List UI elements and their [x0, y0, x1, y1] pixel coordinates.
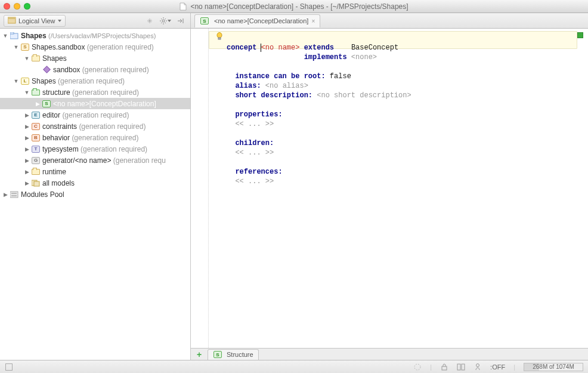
- concept-icon: S: [200, 16, 209, 26]
- file-icon: [180, 2, 187, 11]
- editor-body[interactable]: concept <no name> extends BaseConcept im…: [191, 29, 588, 348]
- tree-label: editor (generation required): [42, 111, 129, 119]
- editor-aspect-icon: E: [31, 110, 41, 120]
- window-controls: [4, 3, 30, 10]
- tree-folder-shapes[interactable]: Shapes: [0, 53, 190, 64]
- concept-icon: S: [42, 99, 51, 109]
- folder-icon: [31, 54, 41, 63]
- chevron-right-icon[interactable]: [24, 135, 30, 141]
- tree-label: Modules Pool: [21, 190, 64, 199]
- close-window-icon[interactable]: [4, 3, 10, 10]
- tree-label: runtime: [42, 168, 66, 176]
- collapse-icon[interactable]: [144, 15, 156, 27]
- tree-label: Shapes.sandbox (generation required): [32, 43, 154, 51]
- chevron-right-icon[interactable]: [24, 169, 30, 175]
- chevron-right-icon[interactable]: [24, 146, 30, 152]
- modules-pool-icon: [10, 190, 19, 199]
- svg-point-16: [476, 363, 479, 366]
- typesystem-aspect-icon: T: [31, 144, 41, 154]
- tree-allmodels[interactable]: all models: [0, 177, 190, 189]
- tree-concept-node[interactable]: S <no name>[ConceptDeclaration]: [0, 98, 190, 109]
- memory-indicator[interactable]: 268M of 1074M: [524, 363, 583, 371]
- tree-sandbox-sol[interactable]: S Shapes.sandbox (generation required): [0, 41, 190, 53]
- tree-runtime[interactable]: runtime: [0, 166, 190, 177]
- chevron-down-icon[interactable]: [24, 56, 30, 61]
- chevron-down-icon[interactable]: [13, 44, 19, 50]
- tree-language[interactable]: L Shapes (generation required): [0, 75, 190, 87]
- power-save-label[interactable]: :OFF: [490, 363, 505, 371]
- tree-label: constraints (generation required): [42, 122, 146, 131]
- memory-label: 268M of 1074M: [533, 363, 574, 370]
- bg-tasks-icon[interactable]: [413, 363, 422, 371]
- hide-panel-icon[interactable]: [175, 15, 187, 27]
- titlebar: <no name>[ConceptDeclaration] - Shapes -…: [0, 0, 588, 13]
- tree-constraints[interactable]: C constraints (generation required): [0, 121, 190, 132]
- chevron-right-icon[interactable]: [35, 101, 41, 107]
- constraints-aspect-icon: C: [31, 122, 41, 131]
- tree-label: all models: [42, 179, 75, 187]
- separator: |: [430, 363, 432, 371]
- code-content[interactable]: concept <no name> extends BaseConcept im…: [191, 31, 588, 186]
- tool-windows-icon[interactable]: [5, 363, 13, 371]
- tree-label: structure (generation required): [42, 88, 139, 97]
- tree-generator[interactable]: G generator/<no name> (generation requ: [0, 155, 190, 166]
- gear-icon[interactable]: [159, 15, 171, 27]
- svg-rect-4: [10, 32, 14, 34]
- minimize-window-icon[interactable]: [14, 3, 20, 10]
- hector-icon[interactable]: [474, 363, 482, 371]
- generator-aspect-icon: G: [31, 156, 41, 165]
- logical-view-dropdown[interactable]: Logical View: [4, 15, 66, 27]
- tree-modules-pool[interactable]: Modules Pool: [0, 189, 190, 200]
- structure-tab-label: Structure: [227, 351, 253, 358]
- tree-label: sandbox (generation required): [53, 66, 149, 74]
- separator: |: [513, 363, 515, 371]
- svg-rect-13: [442, 366, 447, 370]
- lock-icon[interactable]: [440, 363, 448, 371]
- tree-label: Shapes: [42, 54, 67, 63]
- mps-icon[interactable]: [457, 363, 465, 371]
- window-title: <no name>[ConceptDeclaration] - Shapes -…: [0, 2, 588, 11]
- tree-structure[interactable]: structure (generation required): [0, 87, 190, 98]
- solution-icon: S: [20, 42, 30, 52]
- close-tab-icon[interactable]: ×: [311, 18, 315, 24]
- tree-editor[interactable]: E editor (generation required): [0, 109, 190, 121]
- chevron-down-icon[interactable]: [2, 33, 8, 39]
- tree-label: <no name>[ConceptDeclaration]: [53, 100, 156, 108]
- svg-rect-7: [10, 192, 18, 198]
- tree-behavior[interactable]: B behavior (generation required): [0, 132, 190, 143]
- chevron-down-icon[interactable]: [24, 90, 30, 95]
- tree-root[interactable]: Shapes (/Users/vaclav/MPSProjects/Shapes…: [0, 30, 190, 41]
- chevron-right-icon[interactable]: [24, 124, 30, 130]
- statusbar: | :OFF | 268M of 1074M: [0, 360, 588, 373]
- tree-label: generator/<no name> (generation requ: [42, 156, 166, 165]
- svg-point-12: [414, 364, 420, 370]
- chevron-right-icon[interactable]: [24, 180, 30, 186]
- add-aspect-button[interactable]: +: [194, 350, 204, 359]
- project-tree[interactable]: Shapes (/Users/vaclav/MPSProjects/Shapes…: [0, 29, 191, 360]
- svg-rect-8: [11, 193, 17, 194]
- editor-area: concept <no name> extends BaseConcept im…: [191, 29, 588, 360]
- svg-rect-9: [11, 195, 17, 196]
- tree-root-label: Shapes (/Users/vaclav/MPSProjects/Shapes…: [21, 32, 156, 40]
- behavior-aspect-icon: B: [31, 133, 41, 143]
- tree-model-sandbox[interactable]: sandbox (generation required): [0, 64, 190, 75]
- chevron-right-icon[interactable]: [2, 192, 8, 198]
- editor-tab[interactable]: S <no name>[ConceptDeclaration] ×: [194, 14, 320, 27]
- editor-tab-label: <no name>[ConceptDeclaration]: [214, 17, 308, 24]
- model-icon: [42, 65, 51, 75]
- main-area: Shapes (/Users/vaclav/MPSProjects/Shapes…: [0, 29, 588, 360]
- structure-folder-icon: [31, 88, 41, 97]
- tree-label: typesystem (generation required): [42, 145, 147, 153]
- chevron-right-icon[interactable]: [24, 158, 30, 164]
- chevron-right-icon[interactable]: [24, 112, 30, 118]
- chevron-down-icon[interactable]: [13, 78, 19, 84]
- zoom-window-icon[interactable]: [24, 3, 30, 10]
- concept-icon: S: [213, 350, 222, 359]
- structure-tab[interactable]: S Structure: [208, 349, 259, 360]
- svg-point-2: [162, 20, 165, 22]
- svg-rect-1: [8, 17, 16, 19]
- project-view-icon: [8, 17, 16, 25]
- project-icon: [10, 31, 19, 41]
- tree-typesystem[interactable]: T typesystem (generation required): [0, 143, 190, 155]
- toolbar: Logical View S <no name>[ConceptDeclarat…: [0, 13, 588, 29]
